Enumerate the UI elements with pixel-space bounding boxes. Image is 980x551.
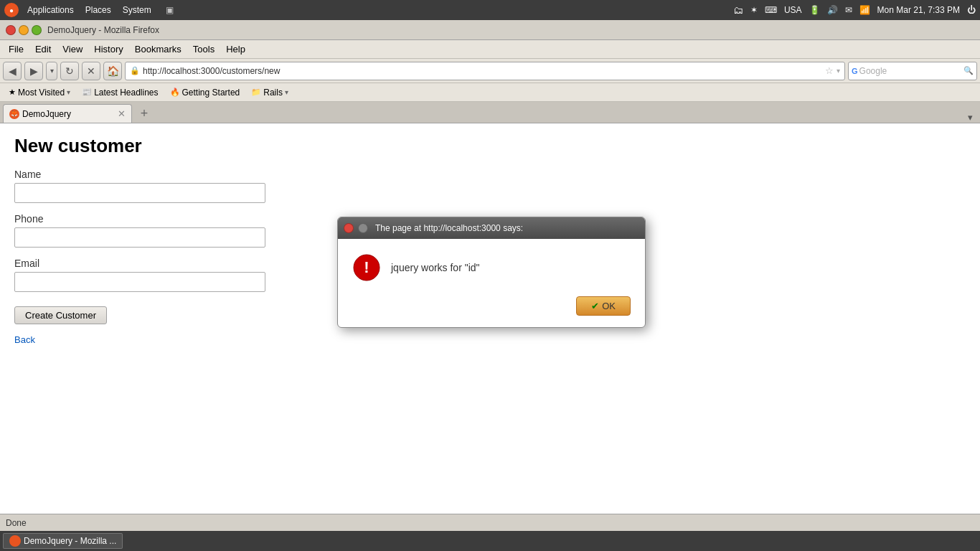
checkmark-icon: ✔ [591,301,599,311]
bookmark-getting-started[interactable]: 🔥 Getting Started [166,86,245,99]
menu-history[interactable]: History [88,42,128,56]
modal-close-button[interactable] [344,223,354,233]
stop-button[interactable]: ✕ [82,62,100,80]
menu-edit[interactable]: Edit [29,42,57,56]
forward-nav-button[interactable]: ▶ [24,62,43,80]
places-menu[interactable]: Places [83,4,114,17]
search-input[interactable]: Google [859,66,962,76]
rails-label: Rails [263,88,283,98]
most-visited-label: Most Visited [18,88,65,98]
svg-text:!: ! [364,258,369,276]
url-icon: 🔒 [130,66,140,75]
menu-bar: File Edit View History Bookmarks Tools H… [0,40,980,59]
window-title: DemoJquery - Mozilla Firefox [47,25,159,35]
latest-headlines-label: Latest Headlines [94,88,158,98]
modal-content-row: ! jquery works for "id" [352,253,631,282]
maximize-button[interactable] [32,25,42,35]
tab-close-button[interactable]: ✕ [118,108,126,119]
keyboard-icon[interactable]: ⌨ [765,5,777,15]
url-bar[interactable]: 🔒 http://localhost:3000/customers/new ☆ … [125,62,845,80]
status-bar: Done [0,514,980,531]
tab-label: DemoJquery [22,109,115,119]
taskbar-btn-label: DemoJquery - Mozilla ... [24,536,116,546]
wifi-icon[interactable]: 📶 [859,5,870,15]
applications-menu[interactable]: Applications [24,4,77,17]
bluetooth-icon[interactable]: ✶ [750,5,758,15]
modal-min-button[interactable] [358,223,368,233]
title-bar: DemoJquery - Mozilla Firefox [0,20,980,40]
bookmark-latest-headlines[interactable]: 📰 Latest Headlines [77,86,162,99]
volume-icon[interactable]: 🔊 [827,5,838,15]
new-tab-button[interactable]: + [135,104,154,123]
most-visited-dropdown[interactable]: ▾ [67,88,70,96]
modal-message: jquery works for "id" [391,262,480,273]
ok-label: OK [602,301,616,311]
system-menu[interactable]: System [120,4,154,17]
google-icon: G [852,67,858,75]
error-icon: ! [352,253,381,282]
latest-headlines-icon: 📰 [82,88,92,97]
taskbar-firefox-button[interactable]: DemoJquery - Mozilla ... [3,533,123,549]
firefox-taskbar-icon [9,535,21,547]
getting-started-label: Getting Started [182,88,240,98]
battery-icon: 🔋 [809,5,820,15]
url-dropdown-icon[interactable]: ▾ [837,67,840,75]
datetime: Mon Mar 21, 7:33 PM [877,5,960,15]
power-icon[interactable]: ⏻ [967,5,976,15]
modal-body: ! jquery works for "id" ✔ OK [338,239,645,327]
menu-file[interactable]: File [3,42,29,56]
search-button[interactable]: 🔍 [963,66,974,75]
menu-bookmarks[interactable]: Bookmarks [129,42,187,56]
back-nav-button[interactable]: ◀ [3,62,22,80]
tab-demojquery[interactable]: 🦊 DemoJquery ✕ [3,104,132,123]
modal-overlay: The page at http://localhost:3000 says: … [0,123,980,514]
terminal-icon[interactable]: ▣ [166,5,174,15]
nav-bar: ◀ ▶ ▾ ↻ ✕ 🏠 🔒 http://localhost:3000/cust… [0,59,980,83]
getting-started-icon: 🔥 [170,88,180,97]
home-button[interactable]: 🏠 [103,62,122,80]
modal-title: The page at http://localhost:3000 says: [375,223,639,233]
rails-icon: 📁 [251,88,261,97]
files-icon[interactable]: 🗂 [733,4,743,16]
modal-actions: ✔ OK [352,296,631,316]
tab-list-button[interactable]: ▾ [963,112,977,123]
most-visited-icon: ★ [9,88,16,97]
menu-help[interactable]: Help [220,42,251,56]
modal-titlebar: The page at http://localhost:3000 says: [338,217,645,239]
close-button[interactable] [6,25,16,35]
taskbar: DemoJquery - Mozilla ... [0,531,980,551]
locale-label: USA [784,5,802,15]
forward-dropdown-button[interactable]: ▾ [46,62,57,80]
reload-button[interactable]: ↻ [60,62,79,80]
menu-tools[interactable]: Tools [187,42,220,56]
system-bar: ● Applications Places System ▣ 🗂 ✶ ⌨ USA… [0,0,980,20]
bookmark-rails[interactable]: 📁 Rails ▾ [247,86,293,99]
bookmark-star-icon[interactable]: ☆ [825,65,834,76]
rails-dropdown[interactable]: ▾ [285,88,288,96]
tab-favicon: 🦊 [9,109,19,119]
bookmarks-bar: ★ Most Visited ▾ 📰 Latest Headlines 🔥 Ge… [0,83,980,102]
minimize-button[interactable] [19,25,29,35]
alert-dialog: The page at http://localhost:3000 says: … [337,217,646,328]
mail-icon[interactable]: ✉ [845,5,852,15]
menu-view[interactable]: View [57,42,88,56]
url-text: http://localhost:3000/customers/new [143,66,822,76]
tab-bar: 🦊 DemoJquery ✕ + ▾ [0,102,980,123]
ubuntu-icon[interactable]: ● [4,3,19,17]
modal-ok-button[interactable]: ✔ OK [576,296,631,316]
status-text: Done [6,518,27,528]
search-bar[interactable]: G Google 🔍 [848,62,977,80]
window-controls [6,25,42,35]
bookmark-most-visited[interactable]: ★ Most Visited ▾ [4,86,75,99]
